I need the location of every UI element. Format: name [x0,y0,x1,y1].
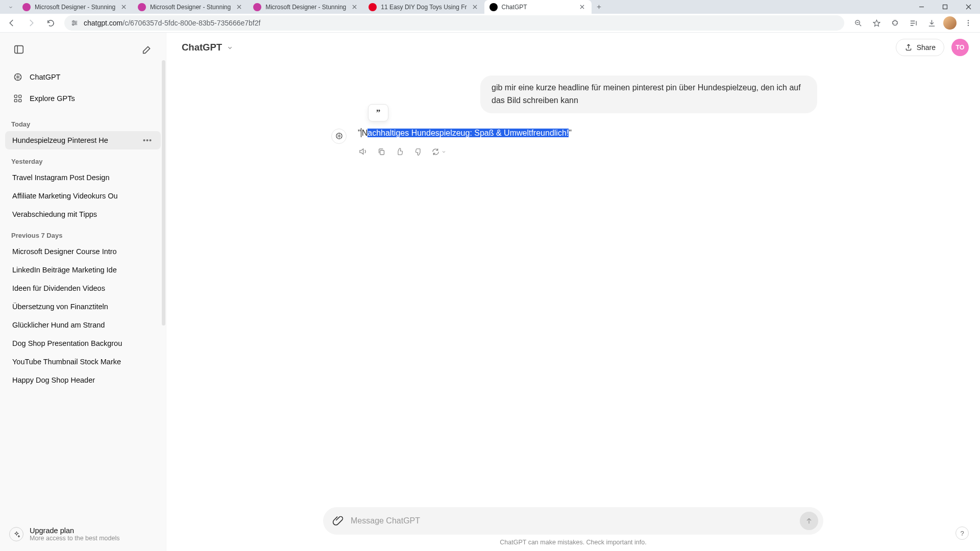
user-message-bubble[interactable]: gib mir eine kurze headline für meinen p… [480,76,817,113]
browser-tab-active[interactable]: ChatGPT [484,0,592,14]
help-button[interactable]: ? [955,527,969,540]
svg-rect-10 [14,95,17,97]
conversation-item[interactable]: Verabschiedung mit Tipps [5,205,161,223]
site-info-button[interactable] [70,19,79,27]
window-close-button[interactable] [957,0,980,14]
conversation-item[interactable]: Microsoft Designer Course Intro [5,242,161,261]
chrome-menu-button[interactable] [960,15,977,31]
sidebar-nav-label: ChatGPT [30,73,60,81]
assistant-message: ” "Nachhaltiges Hundespielzeug: Spaß & U… [323,127,823,157]
address-bar[interactable]: chatgpt.com/c/6706357d-5fdc-800e-83b5-73… [64,15,844,31]
attach-button[interactable] [332,515,344,528]
svg-rect-15 [380,150,384,155]
tab-close-button[interactable] [235,3,243,11]
extensions-button[interactable] [886,15,903,31]
conversation-item-menu[interactable]: ••• [141,136,154,144]
assistant-avatar [331,129,347,144]
composer[interactable]: Message ChatGPT [323,507,823,535]
regenerate-button[interactable] [431,146,447,157]
conversation-item-label: Verabschiedung mit Tipps [12,210,154,218]
reload-icon [46,19,55,28]
nav-forward-button[interactable] [22,15,40,31]
favicon-icon [489,3,498,11]
zoom-button[interactable] [849,15,867,31]
copy-icon [377,147,386,156]
downloads-button[interactable] [923,15,940,31]
sidebar-scrollbar[interactable] [162,60,165,500]
sidebar-nav-label: Explore GPTs [30,94,75,103]
conversation-item[interactable]: Dog Shop Presentation Backgrou [5,334,161,353]
tab-close-button[interactable] [471,3,479,11]
new-chat-button[interactable] [137,40,157,59]
window-minimize-button[interactable] [910,0,933,14]
svg-point-6 [968,22,969,23]
tab-strip: Microsoft Designer - Stunning Microsoft … [0,0,910,14]
model-switcher[interactable]: ChatGPT [178,39,238,56]
bookmark-button[interactable] [868,15,885,31]
tab-search-dropdown[interactable] [4,0,17,14]
share-button[interactable]: Share [896,39,944,56]
conversation-item[interactable]: LinkedIn Beiträge Marketing Ide [5,261,161,279]
conversation-item[interactable]: Glücklicher Hund am Strand [5,316,161,334]
scrollbar-thumb[interactable] [162,60,165,325]
composer-area: Message ChatGPT ChatGPT can make mistake… [166,507,980,551]
assistant-message-text[interactable]: "Nachhaltiges Hundespielzeug: Spaß & Umw… [358,127,823,140]
quote-selection-button[interactable]: ” [368,104,388,121]
conversation-item-active[interactable]: Hundespielzeug Pinterest He ••• [5,131,161,149]
url-host: chatgpt.com [84,19,122,27]
browser-tab[interactable]: 11 Easy DIY Dog Toys Using Fr [363,0,484,14]
regenerate-icon [431,147,440,156]
tab-close-button[interactable] [350,3,358,11]
read-aloud-button[interactable] [358,146,368,157]
download-icon [927,19,936,28]
browser-tab[interactable]: Microsoft Designer - Stunning [133,0,248,14]
thumbs-up-icon [396,147,404,156]
assistant-text-unselected: N [362,129,368,137]
sidebar-nav-explore[interactable]: Explore GPTs [5,88,161,109]
close-icon [121,5,126,9]
thumbs-up-button[interactable] [395,146,405,157]
close-icon [237,5,241,9]
tab-title: Microsoft Designer - Stunning [150,4,231,11]
favicon-icon [369,3,377,11]
browser-tab[interactable]: Microsoft Designer - Stunning [248,0,363,14]
share-label: Share [917,43,936,52]
conversation-item[interactable]: Ideen für Dividenden Videos [5,279,161,297]
composer-input[interactable]: Message ChatGPT [351,516,793,525]
sidebar-nav: ChatGPT Explore GPTs [0,63,166,112]
tab-close-button[interactable] [578,3,586,11]
sidebar-top [0,33,166,63]
window-maximize-button[interactable] [933,0,957,14]
close-icon [966,4,971,10]
nav-reload-button[interactable] [42,15,59,31]
conversation-item[interactable]: Happy Dog Shop Header [5,371,161,389]
conversation-item[interactable]: Travel Instagram Post Design [5,168,161,187]
arrow-left-icon [7,18,16,28]
tab-close-button[interactable] [119,3,128,11]
sidebar-nav-chatgpt[interactable]: ChatGPT [5,66,161,88]
conversation-item[interactable]: Affiliate Marketing Videokurs Ou [5,187,161,205]
reading-list-icon [909,19,918,28]
conversation-item-label: Hundespielzeug Pinterest He [12,136,141,144]
upgrade-plan-subtitle: More access to the best models [30,535,119,542]
copy-button[interactable] [376,146,386,157]
model-name: ChatGPT [182,42,222,53]
assistant-text-selected: achhaltiges Hundespielzeug: Spaß & Umwel… [368,129,569,137]
toggle-sidebar-button[interactable] [9,40,29,59]
grid-icon [12,93,23,104]
new-tab-button[interactable] [592,0,607,14]
upgrade-plan-button[interactable]: Upgrade plan More access to the best mod… [0,519,166,551]
avatar-initials: TO [955,44,964,51]
svg-point-2 [75,22,77,24]
thumbs-down-button[interactable] [413,146,423,157]
chrome-profile-avatar[interactable] [943,16,957,30]
nav-back-button[interactable] [3,15,20,31]
conversation-item[interactable]: Übersetzung von Finanztiteln [5,297,161,316]
reading-list-button[interactable] [904,15,922,31]
conversation-item[interactable]: YouTube Thumbnail Stock Marke [5,353,161,371]
speaker-icon [358,147,368,156]
user-avatar[interactable]: TO [951,39,969,56]
send-button[interactable] [800,512,818,530]
browser-tab[interactable]: Microsoft Designer - Stunning [17,0,133,14]
conversation-area: gib mir eine kurze headline für meinen p… [166,62,980,507]
